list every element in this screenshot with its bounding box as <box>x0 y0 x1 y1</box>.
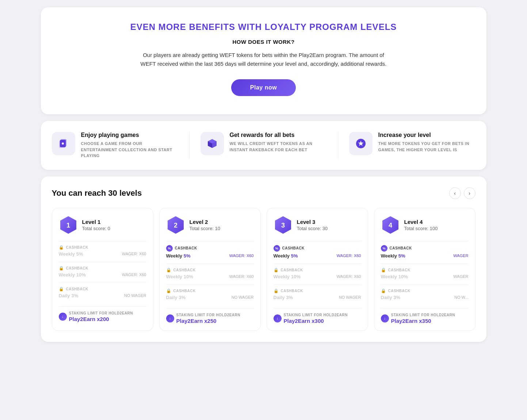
main-container: EVEN MORE BENEFITS WITH LOYALTY PROGRAM … <box>41 7 486 342</box>
staking-icon-3: ↓ <box>274 314 282 322</box>
reward-label-row-10-1: 🔒 CASHBACK <box>59 266 88 271</box>
level-3-cashback-daily: 🔒 CASHBACK Daily 3% NO WAGER <box>274 285 361 305</box>
staking-content-2: STAKING LIMIT FOR HOLD2EARN Play2Earn x2… <box>176 313 241 324</box>
level-2-cashback-5: % CASHBACK Weekly 5% WAGER: X60 <box>166 241 254 264</box>
level-4-header: 4 Level 4 Total score: 100 <box>381 215 469 234</box>
level-4-badge: 4 <box>381 215 400 234</box>
cashback-5-wager-3: WAGER: X60 <box>337 253 361 258</box>
cashback-10-wager-1: WAGER: X60 <box>122 272 146 277</box>
lock-icon-1: 🔒 <box>59 245 64 250</box>
reward-values-5-3: Weekly 5% WAGER: X60 <box>274 253 361 259</box>
steps-card: Enjoy playing games CHOOSE A GAME FROM O… <box>41 121 486 170</box>
step-level: Increase your level THE MORE TOKENS YOU … <box>349 132 476 159</box>
cashback-daily-wager-3: NO WAGER <box>339 295 361 299</box>
level-1-cashback-5: 🔒 CASHBACK Weekly 5% WAGER: X60 <box>59 241 146 262</box>
cashback-daily-label-3: CASHBACK <box>281 289 303 293</box>
cashback-10-wager-4: WAGER <box>453 274 468 279</box>
cashback-label-2: CASHBACK <box>175 246 197 250</box>
step-enjoy: Enjoy playing games CHOOSE A GAME FROM O… <box>52 132 178 159</box>
play-now-button[interactable]: Play now <box>231 79 296 96</box>
lock-icon-10-1: 🔒 <box>59 266 64 271</box>
next-arrow[interactable]: › <box>464 187 476 199</box>
level-4-title: Level 4 <box>404 219 438 225</box>
level-2-header: 2 Level 2 Total score: 10 <box>166 215 254 234</box>
lock-icon-10-4: 🔒 <box>381 268 386 272</box>
reward-row-daily-2: 🔒 CASHBACK <box>166 289 254 293</box>
level-2-cashback-10: 🔒 CASHBACK Weekly 10% WAGER: X60 <box>166 264 254 285</box>
cashback-10-label-2: CASHBACK <box>173 268 196 272</box>
loyalty-title: EVEN MORE BENEFITS WITH LOYALTY PROGRAM … <box>63 22 465 32</box>
staking-label-2: STAKING LIMIT FOR HOLD2EARN <box>176 313 241 317</box>
percent-icon-4: % <box>381 245 387 252</box>
cashback-daily-value-3: Daily 3% <box>274 295 293 300</box>
cashback-daily-value-4: Daily 3% <box>381 295 400 300</box>
levels-grid: 1 Level 1 Total score: 0 🔒 CASHBAC <box>52 208 476 331</box>
level-3-cashback-10: 🔒 CASHBACK Weekly 10% WAGER: X60 <box>274 264 361 285</box>
reward-label-row-1: 🔒 CASHBACK <box>59 245 88 250</box>
staking-label-1: STAKING LIMIT FOR HOLD2EARN <box>69 311 133 315</box>
reward-label-row-5-3: % CASHBACK <box>274 245 305 252</box>
cashback-label-1: CASHBACK <box>66 245 88 249</box>
reward-row-10pct-1: 🔒 CASHBACK <box>59 266 146 271</box>
lock-icon-daily-4: 🔒 <box>381 289 386 293</box>
level-4-staking: ↓ STAKING LIMIT FOR HOLD2EARN Play2Earn … <box>381 308 469 324</box>
level-icon-wrap <box>349 132 373 155</box>
staking-content-3: STAKING LIMIT FOR HOLD2EARN Play2Earn x3… <box>284 313 348 324</box>
star-badge-icon <box>355 138 367 149</box>
reward-values-daily-2: Daily 3% NO WAGER <box>166 295 254 300</box>
nav-arrows: ‹ › <box>449 187 476 199</box>
level-title: Increase your level <box>378 132 476 138</box>
cashback-5-wager-1: WAGER: X60 <box>122 252 146 256</box>
reward-row-10pct-2: 🔒 CASHBACK <box>166 268 254 272</box>
cashback-10-wager-3: WAGER: X60 <box>337 274 361 279</box>
cashback-label-3: CASHBACK <box>282 246 305 250</box>
reward-label-row-daily-4: 🔒 CASHBACK <box>381 289 410 293</box>
cashback-daily-label-2: CASHBACK <box>173 289 196 293</box>
cashback-daily-value-1: Daily 3% <box>59 293 78 298</box>
cashback-10-value-3: Weekly 10% <box>274 274 301 279</box>
level-4-score: Total score: 100 <box>404 226 438 231</box>
level-3-info: Level 3 Total score: 30 <box>297 219 328 231</box>
rewards-icon-wrap <box>201 132 224 155</box>
level-4-cashback-5: % CASHBACK Weekly 5% WAGER <box>381 241 469 264</box>
cashback-5-value-4: Weekly 5% <box>381 253 405 259</box>
level-1-badge: 1 <box>59 215 78 234</box>
reward-row-daily-1: 🔒 CASHBACK <box>59 287 146 291</box>
level-2-info: Level 2 Total score: 10 <box>190 219 221 231</box>
reward-values-daily-1: Daily 3% NO WAGER <box>59 293 146 298</box>
level-2-cashback-daily: 🔒 CASHBACK Daily 3% NO WAGER <box>166 285 254 305</box>
level-4-cashback-daily: 🔒 CASHBACK Daily 3% NO W... <box>381 285 469 305</box>
reward-row-5pct-4: % CASHBACK <box>381 245 469 252</box>
reward-label-row-daily-1: 🔒 CASHBACK <box>59 287 88 291</box>
level-1-header: 1 Level 1 Total score: 0 <box>59 215 146 234</box>
lock-icon-daily-2: 🔒 <box>166 289 171 293</box>
loyalty-description: Our players are already getting WEFT tok… <box>136 51 392 68</box>
prev-arrow[interactable]: ‹ <box>449 187 461 199</box>
reward-values-10-3: Weekly 10% WAGER: X60 <box>274 274 361 279</box>
svg-text:3: 3 <box>281 222 284 229</box>
reward-row-10pct-3: 🔒 CASHBACK <box>274 268 361 272</box>
staking-icon-4: ↓ <box>381 314 389 322</box>
reward-label-row-10-2: 🔒 CASHBACK <box>166 268 196 272</box>
enjoy-content: Enjoy playing games CHOOSE A GAME FROM O… <box>81 132 178 159</box>
svg-text:4: 4 <box>388 222 392 229</box>
level-3-header: 3 Level 3 Total score: 30 <box>274 215 361 234</box>
cube-icon <box>206 138 218 149</box>
reward-row-5pct-1: 🔒 CASHBACK <box>59 245 146 250</box>
loyalty-card: EVEN MORE BENEFITS WITH LOYALTY PROGRAM … <box>41 7 486 114</box>
cashback-5-value-2: Weekly 5% <box>166 253 191 259</box>
reward-label-row-10-4: 🔒 CASHBACK <box>381 268 410 272</box>
rewards-desc: WE WILL CREDIT WEFT TOKENS AS AN INSTANT… <box>230 141 327 153</box>
level-content: Increase your level THE MORE TOKENS YOU … <box>378 132 476 153</box>
levels-header: You can reach 30 levels ‹ › <box>52 187 476 199</box>
lock-icon-daily-3: 🔒 <box>274 289 279 293</box>
cashback-10-wager-2: WAGER: X60 <box>229 274 254 279</box>
enjoy-icon-wrap <box>52 132 75 155</box>
cashback-10-label-3: CASHBACK <box>281 268 303 272</box>
svg-point-3 <box>62 142 64 145</box>
level-3-staking: ↓ STAKING LIMIT FOR HOLD2EARN Play2Earn … <box>274 308 361 324</box>
reward-row-daily-4: 🔒 CASHBACK <box>381 289 469 293</box>
level-1-cashback-10: 🔒 CASHBACK Weekly 10% WAGER: X60 <box>59 262 146 283</box>
level-desc: THE MORE TOKENS YOU GET FOR BETS IN GAME… <box>378 141 476 153</box>
levels-section: You can reach 30 levels ‹ › <box>41 176 486 342</box>
